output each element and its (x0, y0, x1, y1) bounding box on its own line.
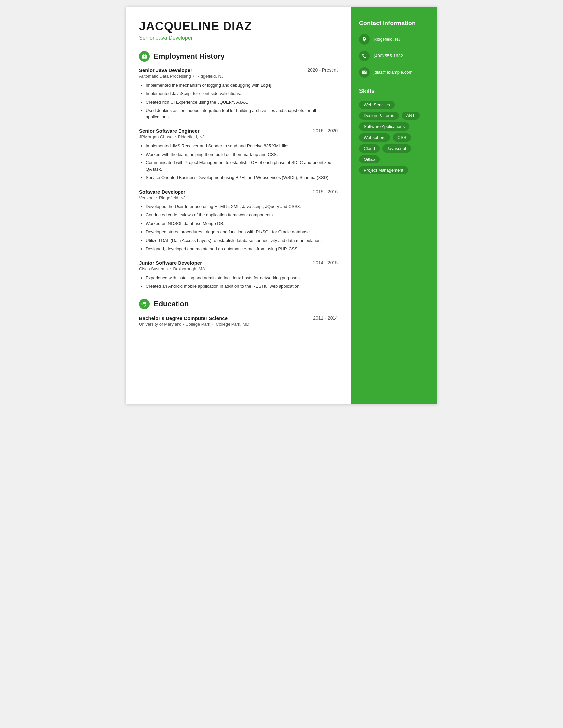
resume-container: JACQUELINE DIAZ Senior Java Developer Em… (126, 7, 437, 404)
bullet-item: Implemented JMS Receiver and Sender to s… (146, 143, 338, 149)
bullet-item: Implemented JavaScript for client side v… (146, 90, 338, 97)
education-entry: Bachelor's Degree Computer Science 2011 … (139, 315, 338, 327)
bullet-item: Conducted code reviews of the applicatio… (146, 212, 338, 218)
job-title: Senior Software Engineer (139, 128, 200, 134)
job-company: Verizon • Ridgefield, NJ (139, 195, 338, 200)
skill-tag: Cloud (359, 144, 380, 153)
skill-tag: Web Services (359, 101, 395, 109)
edu-school: University of Maryland - College Park • … (139, 322, 338, 327)
job-dates: 2016 - 2020 (313, 128, 338, 133)
job-entry: Senior Java Developer 2020 - Present Aut… (139, 68, 338, 120)
employment-section: Employment History Senior Java Developer… (139, 51, 338, 290)
education-heading: Education (139, 299, 338, 309)
bullet-item: Created an Android mobile application in… (146, 283, 338, 290)
skills-tags: Web Services Design Patterns ANT Softwar… (359, 101, 429, 174)
job-bullets: Implemented the mechanism of logging and… (139, 82, 338, 120)
job-entry: Junior Software Developer 2014 - 2015 Ci… (139, 260, 338, 290)
bullet-item: Developed the User Interface using HTML5… (146, 204, 338, 210)
job-dates: 2015 - 2016 (313, 189, 338, 194)
job-bullets: Implemented JMS Receiver and Sender to s… (139, 143, 338, 181)
right-panel: Contact Information Ridgefield, NJ (490)… (351, 7, 437, 404)
skill-tag: Gitlab (359, 155, 380, 163)
education-icon (139, 299, 150, 309)
bullet-item: Service Oriented Business Development us… (146, 174, 338, 181)
employment-icon (139, 51, 150, 62)
job-entry: Senior Software Engineer 2016 - 2020 JPM… (139, 128, 338, 181)
skill-tag: Websphere (359, 133, 390, 142)
job-title: Senior Java Developer (139, 68, 192, 73)
bullet-item: Designed, developed and maintained an au… (146, 246, 338, 252)
job-dates: 2014 - 2015 (313, 260, 338, 265)
bullet-item: Developed stored procedures, triggers an… (146, 229, 338, 235)
skill-tag: Project Management (359, 166, 408, 174)
bullet-item: Used Jenkins as continuous integration t… (146, 107, 338, 120)
contact-email: jdiaz@example.com (359, 67, 429, 78)
employment-heading: Employment History (139, 51, 338, 62)
contact-phone: (490) 555-1632 (359, 51, 429, 61)
education-section: Education Bachelor's Degree Computer Sci… (139, 299, 338, 327)
job-title: Junior Software Developer (139, 260, 202, 266)
left-panel: JACQUELINE DIAZ Senior Java Developer Em… (126, 7, 351, 404)
job-company: Cisco Systems • Boxborough, MA (139, 266, 338, 271)
bullet-item: Worked with the team, helping them build… (146, 151, 338, 158)
bullet-item: Utilized DAL (Data Access Layers) to est… (146, 237, 338, 244)
job-company: Automatic Data Processing • Ridgefield, … (139, 74, 338, 79)
job-title: Software Developer (139, 189, 185, 195)
skill-tag: ANT (402, 112, 420, 120)
email-icon (359, 67, 370, 78)
skill-tag: CSS (393, 133, 411, 142)
contact-email-text: jdiaz@example.com (374, 69, 412, 75)
skills-heading: Skills (359, 88, 429, 95)
job-dates: 2020 - Present (307, 68, 338, 73)
candidate-title: Senior Java Developer (139, 35, 338, 41)
skill-tag: Design Patterns (359, 112, 399, 120)
bullet-item: Experience with Installing and administe… (146, 275, 338, 281)
edu-degree: Bachelor's Degree Computer Science (139, 315, 227, 321)
bullet-item: Worked on NOSQL database Mongo DB. (146, 220, 338, 227)
contact-phone-text: (490) 555-1632 (374, 53, 403, 59)
bullet-item: Created rich UI Experience using the JQU… (146, 99, 338, 106)
contact-location: Ridgefield, NJ (359, 34, 429, 45)
job-company: JPMorgan Chase • Ridgefield, NJ (139, 134, 338, 139)
job-bullets: Developed the User Interface using HTML5… (139, 204, 338, 252)
skill-tag: Software Applications (359, 122, 409, 131)
bullet-item: Implemented the mechanism of logging and… (146, 82, 338, 89)
skill-tag: Javascript (382, 144, 411, 153)
bullet-item: Communicated with Project Management to … (146, 159, 338, 172)
contact-location-text: Ridgefield, NJ (374, 36, 400, 42)
phone-icon (359, 51, 370, 61)
edu-dates: 2011 - 2014 (313, 315, 338, 321)
contact-heading: Contact Information (359, 20, 429, 27)
location-icon (359, 34, 370, 45)
job-bullets: Experience with Installing and administe… (139, 275, 338, 290)
job-entry: Software Developer 2015 - 2016 Verizon •… (139, 189, 338, 252)
candidate-name: JACQUELINE DIAZ (139, 20, 338, 33)
